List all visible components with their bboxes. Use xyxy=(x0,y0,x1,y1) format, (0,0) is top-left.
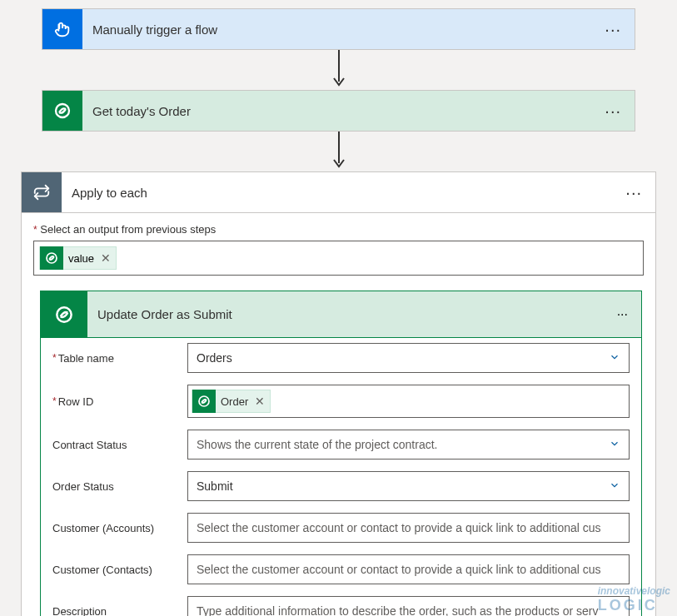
output-token-input[interactable]: value ✕ xyxy=(33,241,644,276)
remove-token-button[interactable]: ✕ xyxy=(101,251,111,265)
trigger-menu-button[interactable]: ··· xyxy=(605,20,621,39)
chevron-down-icon xyxy=(609,479,620,494)
description-input[interactable]: Type additional information to describe … xyxy=(187,596,630,616)
dataverse-icon xyxy=(41,291,87,338)
apply-to-each-step[interactable]: Apply to each ··· * Select an output fro… xyxy=(21,171,656,616)
update-title: Update Order as Submit xyxy=(87,307,617,321)
table-name-label: Table name xyxy=(58,352,114,365)
customer-accounts-label: Customer (Accounts) xyxy=(52,522,154,534)
get-order-title: Get today's Order xyxy=(82,104,605,118)
get-order-step[interactable]: Get today's Order ··· xyxy=(42,90,635,132)
dataverse-icon xyxy=(40,246,63,270)
arrow-connector xyxy=(0,50,677,90)
value-token-label: value xyxy=(68,252,94,265)
order-status-label: Order Status xyxy=(52,480,114,493)
order-token-label: Order xyxy=(221,395,248,408)
apply-menu-button[interactable]: ··· xyxy=(625,183,642,202)
dataverse-icon xyxy=(192,390,216,413)
dataverse-icon xyxy=(42,91,82,131)
svg-point-3 xyxy=(47,253,57,263)
chevron-down-icon xyxy=(609,351,620,365)
table-name-select[interactable]: Orders xyxy=(187,343,630,373)
contract-status-select[interactable]: Shows the current state of the project c… xyxy=(187,430,630,460)
svg-point-1 xyxy=(56,104,69,117)
loop-icon xyxy=(22,172,62,212)
svg-point-4 xyxy=(57,307,71,321)
chevron-down-icon xyxy=(609,438,620,452)
get-order-menu-button[interactable]: ··· xyxy=(605,102,621,121)
trigger-step[interactable]: Manually trigger a flow ··· xyxy=(42,8,635,50)
svg-point-5 xyxy=(199,396,209,406)
order-token-chip[interactable]: Order ✕ xyxy=(192,390,271,413)
touch-icon xyxy=(42,9,82,49)
output-label: * Select an output from previous steps xyxy=(33,223,644,236)
contract-status-label: Contract Status xyxy=(52,439,127,451)
description-label: Description xyxy=(52,605,107,617)
arrow-connector xyxy=(0,132,677,171)
order-status-select[interactable]: Submit xyxy=(187,471,630,501)
customer-contacts-input[interactable]: Select the customer account or contact t… xyxy=(187,554,630,584)
customer-contacts-label: Customer (Contacts) xyxy=(52,564,152,576)
trigger-title: Manually trigger a flow xyxy=(82,22,605,37)
value-token-chip[interactable]: value ✕ xyxy=(39,246,117,270)
update-order-step[interactable]: Update Order as Submit ··· *Table name O… xyxy=(40,291,642,616)
update-menu-button[interactable]: ··· xyxy=(617,307,628,322)
remove-token-button[interactable]: ✕ xyxy=(255,395,265,408)
row-id-label: Row ID xyxy=(58,395,94,408)
apply-title: Apply to each xyxy=(62,186,625,200)
row-id-input[interactable]: Order ✕ xyxy=(187,385,630,418)
customer-accounts-input[interactable]: Select the customer account or contact t… xyxy=(187,513,630,543)
